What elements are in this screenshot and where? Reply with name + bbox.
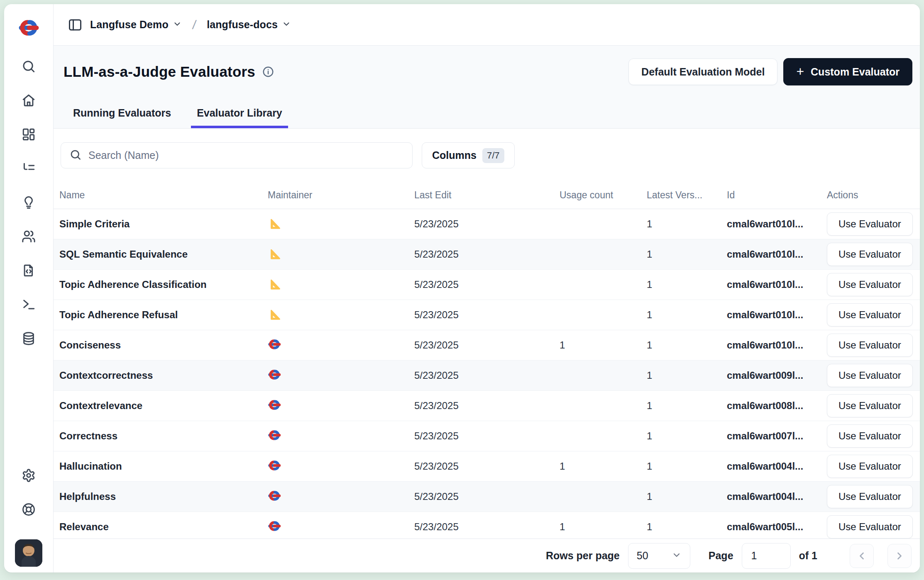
- prompts-file-icon[interactable]: [21, 263, 36, 278]
- use-evaluator-button[interactable]: Use Evaluator: [827, 303, 913, 327]
- table-row[interactable]: Contextcorrectness 5/23/2025 1 cmal6wart…: [54, 360, 920, 390]
- sidebar-nav: [21, 59, 36, 346]
- use-evaluator-button[interactable]: Use Evaluator: [827, 364, 913, 387]
- columns-count-badge: 7/7: [482, 148, 504, 163]
- tab-running-evaluators[interactable]: Running Evaluators: [67, 107, 177, 128]
- search-icon[interactable]: [21, 59, 36, 74]
- tab-evaluator-library[interactable]: Evaluator Library: [191, 107, 288, 128]
- evaluator-id-cell: cmal6wart005l...: [721, 512, 821, 539]
- actions-cell: Use Evaluator: [821, 330, 920, 360]
- use-evaluator-button[interactable]: Use Evaluator: [827, 515, 913, 539]
- use-evaluator-button[interactable]: Use Evaluator: [827, 334, 913, 357]
- table-row[interactable]: Helpfulness 5/23/2025 1 cmal6wart004l...…: [54, 481, 920, 512]
- project-switcher[interactable]: langfuse-docs: [207, 19, 291, 31]
- table-row[interactable]: Topic Adherence Classification 5/23/2025…: [54, 269, 920, 300]
- default-evaluation-model-button[interactable]: Default Evaluation Model: [628, 58, 777, 85]
- maintainer-cell: [262, 269, 408, 300]
- tracing-tree-icon[interactable]: [21, 161, 36, 176]
- org-switcher[interactable]: Langfuse Demo: [90, 19, 182, 31]
- maintainer-cell: [262, 421, 408, 451]
- evaluator-name-cell: Topic Adherence Refusal: [54, 300, 262, 330]
- evaluator-id-cell: cmal6wart004l...: [721, 451, 821, 481]
- evaluator-id-cell: cmal6wart010l...: [721, 209, 821, 239]
- chevron-left-icon: [856, 550, 868, 562]
- dashboard-icon[interactable]: [21, 127, 36, 142]
- table-body: Simple Criteria 5/23/2025 1 cmal6wart010…: [54, 209, 920, 539]
- database-icon[interactable]: [21, 331, 36, 346]
- table-row[interactable]: Topic Adherence Refusal 5/23/2025 1 cmal…: [54, 300, 920, 330]
- evaluator-table: Name Maintainer Last Edit Usage count La…: [54, 182, 920, 539]
- app-window: Langfuse Demo / langfuse-docs LLM-as-a-J…: [4, 4, 920, 573]
- support-lifebuoy-icon[interactable]: [21, 502, 36, 517]
- use-evaluator-button[interactable]: Use Evaluator: [827, 212, 913, 236]
- evaluator-id-cell: cmal6wart010l...: [721, 330, 821, 360]
- use-evaluator-button[interactable]: Use Evaluator: [827, 424, 913, 448]
- lightbulb-icon[interactable]: [21, 195, 36, 210]
- users-icon[interactable]: [21, 229, 36, 244]
- actions-cell: Use Evaluator: [821, 512, 920, 539]
- last-edit-cell: 5/23/2025: [408, 209, 554, 239]
- previous-page-button[interactable]: [850, 544, 874, 568]
- langfuse-logo-icon[interactable]: [17, 18, 40, 37]
- maintainer-cell: [262, 390, 408, 421]
- last-edit-cell: 5/23/2025: [408, 300, 554, 330]
- col-header-usage-count: Usage count: [554, 182, 641, 209]
- latest-version-cell: 1: [641, 512, 721, 539]
- latest-version-cell: 1: [641, 390, 721, 421]
- page-title: LLM-as-a-Judge Evaluators: [64, 63, 255, 80]
- use-evaluator-button[interactable]: Use Evaluator: [827, 455, 913, 478]
- maintainer-cell: [262, 239, 408, 269]
- home-icon[interactable]: [21, 93, 36, 108]
- last-edit-cell: 5/23/2025: [408, 360, 554, 390]
- rows-per-page-select[interactable]: 50: [628, 543, 690, 569]
- info-icon[interactable]: [262, 66, 274, 78]
- next-page-button[interactable]: [887, 544, 912, 568]
- terminal-icon[interactable]: [21, 297, 36, 312]
- search-icon: [69, 149, 82, 163]
- latest-version-cell: 1: [641, 481, 721, 512]
- use-evaluator-button[interactable]: Use Evaluator: [827, 394, 913, 417]
- columns-button[interactable]: Columns 7/7: [422, 142, 515, 168]
- sidebar-toggle-icon[interactable]: [67, 17, 83, 33]
- use-evaluator-button[interactable]: Use Evaluator: [827, 273, 913, 296]
- maintainer-cell: [262, 300, 408, 330]
- actions-cell: Use Evaluator: [821, 451, 920, 481]
- evaluator-id-cell: cmal6wart010l...: [721, 239, 821, 269]
- evaluator-name-cell: Correctness: [54, 421, 262, 451]
- actions-cell: Use Evaluator: [821, 209, 920, 239]
- evaluator-id-cell: cmal6wart008l...: [721, 390, 821, 421]
- table-row[interactable]: Hallucination 5/23/2025 1 1 cmal6wart004…: [54, 451, 920, 481]
- table-row[interactable]: Relevance 5/23/2025 1 1 cmal6wart005l...…: [54, 512, 920, 539]
- use-evaluator-button[interactable]: Use Evaluator: [827, 243, 913, 266]
- table-row[interactable]: Conciseness 5/23/2025 1 1 cmal6wart010l.…: [54, 330, 920, 360]
- evaluator-id-cell: cmal6wart009l...: [721, 360, 821, 390]
- tab-bar: Running Evaluators Evaluator Library: [54, 107, 920, 128]
- search-input[interactable]: [88, 149, 404, 161]
- evaluator-id-cell: cmal6wart010l...: [721, 269, 821, 300]
- page-number-input[interactable]: [742, 543, 791, 569]
- maintainer-cell: [262, 360, 408, 390]
- settings-gear-icon[interactable]: [21, 468, 36, 483]
- pagination-footer: Rows per page 50 Page of 1: [54, 539, 920, 573]
- page-of-label: of 1: [799, 550, 817, 562]
- use-evaluator-button[interactable]: Use Evaluator: [827, 485, 913, 508]
- maintainer-cell: [262, 512, 408, 539]
- evaluator-name-cell: Contextrelevance: [54, 390, 262, 421]
- table-row[interactable]: Simple Criteria 5/23/2025 1 cmal6wart010…: [54, 209, 920, 239]
- latest-version-cell: 1: [641, 360, 721, 390]
- last-edit-cell: 5/23/2025: [408, 512, 554, 539]
- custom-evaluator-button[interactable]: + Custom Evaluator: [783, 58, 912, 85]
- latest-version-cell: 1: [641, 269, 721, 300]
- latest-version-cell: 1: [641, 421, 721, 451]
- table-row[interactable]: SQL Semantic Equivalence 5/23/2025 1 cma…: [54, 239, 920, 269]
- evaluator-name-cell: Relevance: [54, 512, 262, 539]
- user-avatar[interactable]: [15, 539, 42, 567]
- last-edit-cell: 5/23/2025: [408, 451, 554, 481]
- last-edit-cell: 5/23/2025: [408, 239, 554, 269]
- table-row[interactable]: Correctness 5/23/2025 1 cmal6wart007l...…: [54, 421, 920, 451]
- search-box[interactable]: [61, 142, 413, 168]
- langfuse-maintainer-icon: [268, 490, 281, 503]
- col-header-actions: Actions: [821, 182, 920, 209]
- actions-cell: Use Evaluator: [821, 300, 920, 330]
- table-row[interactable]: Contextrelevance 5/23/2025 1 cmal6wart00…: [54, 390, 920, 421]
